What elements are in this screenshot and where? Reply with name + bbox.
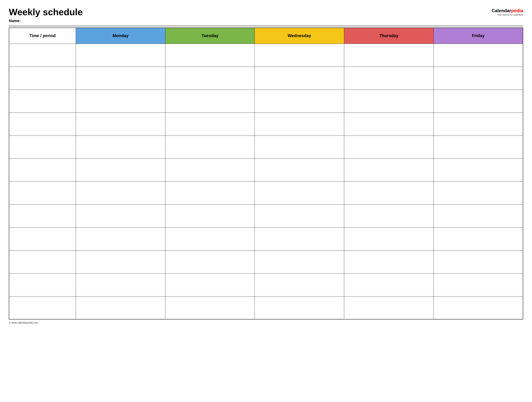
table-cell[interactable] — [255, 44, 344, 67]
table-cell[interactable] — [433, 250, 523, 273]
table-row — [9, 90, 523, 113]
table-cell[interactable] — [76, 273, 165, 296]
table-cell[interactable] — [344, 90, 434, 113]
table-cell[interactable] — [433, 136, 523, 158]
table-cell[interactable] — [76, 113, 165, 136]
table-cell[interactable] — [255, 158, 344, 182]
table-cell[interactable] — [255, 250, 344, 273]
table-cell[interactable] — [433, 227, 523, 250]
table-cell[interactable] — [165, 182, 255, 204]
table-cell[interactable] — [76, 44, 165, 67]
table-cell[interactable] — [255, 90, 344, 113]
table-row — [9, 113, 523, 136]
table-row — [9, 227, 523, 250]
table-cell[interactable] — [344, 182, 434, 204]
table-cell[interactable] — [165, 204, 255, 227]
table-cell[interactable] — [165, 273, 255, 296]
table-cell[interactable] — [344, 250, 434, 273]
table-row — [9, 296, 523, 319]
col-header-thursday: Thursday — [344, 28, 434, 44]
logo-pedia: pedia — [511, 8, 523, 13]
table-cell[interactable] — [433, 182, 523, 204]
table-cell[interactable] — [9, 182, 76, 204]
table-cell[interactable] — [344, 227, 434, 250]
table-body — [9, 44, 523, 319]
table-cell[interactable] — [165, 296, 255, 319]
table-cell[interactable] — [165, 90, 255, 113]
table-cell[interactable] — [255, 204, 344, 227]
table-row — [9, 136, 523, 158]
table-cell[interactable] — [433, 296, 523, 319]
table-cell[interactable] — [76, 227, 165, 250]
table-cell[interactable] — [165, 250, 255, 273]
table-cell[interactable] — [165, 136, 255, 158]
table-cell[interactable] — [344, 136, 434, 158]
footer: © www.calendarpedia.com — [9, 321, 523, 324]
logo-section: Calendarpedia Your source for calendars — [492, 7, 523, 16]
table-cell[interactable] — [9, 227, 76, 250]
table-cell[interactable] — [433, 158, 523, 182]
table-cell[interactable] — [76, 204, 165, 227]
table-cell[interactable] — [344, 44, 434, 67]
table-cell[interactable] — [255, 296, 344, 319]
col-header-time: Time / period — [9, 28, 76, 44]
table-cell[interactable] — [165, 113, 255, 136]
table-row — [9, 273, 523, 296]
header-area: Weekly schedule Name: Calendarpedia Your… — [9, 7, 523, 23]
table-cell[interactable] — [9, 44, 76, 67]
table-cell[interactable] — [255, 182, 344, 204]
table-cell[interactable] — [344, 67, 434, 90]
table-cell[interactable] — [9, 296, 76, 319]
logo-text: Calendarpedia — [492, 8, 523, 13]
table-cell[interactable] — [255, 67, 344, 90]
col-header-friday: Friday — [433, 28, 523, 44]
table-cell[interactable] — [9, 273, 76, 296]
header-divider — [9, 26, 523, 26]
table-row — [9, 204, 523, 227]
table-row — [9, 182, 523, 204]
table-cell[interactable] — [76, 158, 165, 182]
table-cell[interactable] — [76, 182, 165, 204]
table-cell[interactable] — [433, 204, 523, 227]
table-cell[interactable] — [433, 273, 523, 296]
table-row — [9, 44, 523, 67]
table-cell[interactable] — [76, 67, 165, 90]
col-header-tuesday: Tuesday — [165, 28, 255, 44]
table-cell[interactable] — [344, 158, 434, 182]
table-cell[interactable] — [76, 296, 165, 319]
table-cell[interactable] — [9, 113, 76, 136]
table-cell[interactable] — [344, 273, 434, 296]
table-cell[interactable] — [344, 204, 434, 227]
table-cell[interactable] — [255, 113, 344, 136]
table-cell[interactable] — [76, 90, 165, 113]
table-cell[interactable] — [9, 136, 76, 158]
schedule-table: Time / period Monday Tuesday Wednesday T… — [9, 28, 523, 319]
table-cell[interactable] — [255, 136, 344, 158]
table-row — [9, 250, 523, 273]
table-cell[interactable] — [9, 67, 76, 90]
table-cell[interactable] — [165, 227, 255, 250]
logo-tagline: Your source for calendars — [497, 13, 523, 16]
table-cell[interactable] — [165, 67, 255, 90]
copyright-text: © www.calendarpedia.com — [9, 321, 38, 324]
table-cell[interactable] — [433, 113, 523, 136]
table-cell[interactable] — [165, 44, 255, 67]
table-cell[interactable] — [9, 90, 76, 113]
table-header-row: Time / period Monday Tuesday Wednesday T… — [9, 28, 523, 44]
table-cell[interactable] — [9, 250, 76, 273]
table-cell[interactable] — [344, 113, 434, 136]
page-title: Weekly schedule — [9, 7, 82, 17]
table-cell[interactable] — [76, 136, 165, 158]
table-cell[interactable] — [433, 44, 523, 67]
table-cell[interactable] — [165, 158, 255, 182]
col-header-wednesday: Wednesday — [255, 28, 344, 44]
table-cell[interactable] — [344, 296, 434, 319]
table-cell[interactable] — [9, 158, 76, 182]
table-cell[interactable] — [76, 250, 165, 273]
logo-calendar: Calendar — [492, 8, 511, 13]
table-cell[interactable] — [255, 227, 344, 250]
table-cell[interactable] — [433, 90, 523, 113]
table-cell[interactable] — [9, 204, 76, 227]
table-cell[interactable] — [255, 273, 344, 296]
table-cell[interactable] — [433, 67, 523, 90]
